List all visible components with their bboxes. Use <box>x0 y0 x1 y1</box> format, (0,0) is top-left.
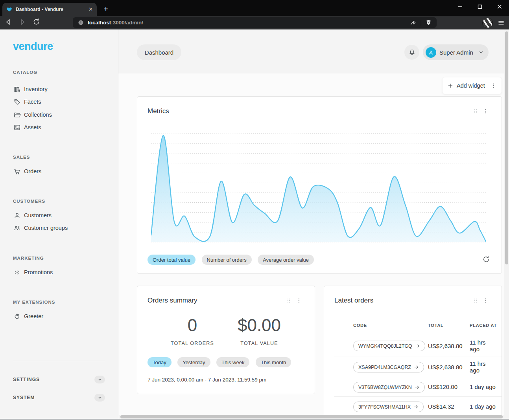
sidebar-item-collections[interactable]: Collections <box>0 109 118 121</box>
sidebar-item-assets[interactable]: Assets <box>0 121 118 133</box>
total-orders-stat: 0 TOTAL ORDERS <box>161 315 224 346</box>
column-header-placed-at: PLACED AT <box>470 323 497 328</box>
order-code-link[interactable]: 3FY7FSCWSHMA11HX <box>353 402 424 412</box>
chevron-down-icon <box>478 50 484 55</box>
date-range-text: 7 Jun 2023, 0:00:00 am - 7 Jun 2023, 11:… <box>148 377 266 383</box>
chip-this-month[interactable]: This month <box>256 357 291 367</box>
vendure-favicon-heart-icon <box>6 6 12 12</box>
drag-handle-icon[interactable] <box>286 297 292 304</box>
forward-icon[interactable] <box>18 18 27 28</box>
user-menu-button[interactable]: Super Admin <box>423 44 489 60</box>
plus-icon <box>447 83 454 89</box>
sidebar-section-settings[interactable]: SETTINGS <box>13 374 105 385</box>
order-placed-at: 11 hrs ago <box>470 339 494 353</box>
kebab-menu-icon[interactable] <box>296 297 302 304</box>
metric-chips: Order total value Number of orders Avera… <box>148 255 318 265</box>
add-widget-button[interactable]: Add widget <box>443 77 502 94</box>
browser-window: Dashboard • Vendure ✕ + localhost:3000/a… <box>0 0 509 420</box>
settings-expand-button[interactable] <box>94 376 105 383</box>
arrow-right-icon <box>413 404 419 409</box>
sidebar-item-customers[interactable]: Customers <box>0 209 118 221</box>
order-placed-at: 1 day ago <box>470 383 502 390</box>
order-total: US$2,638.80 <box>428 343 463 349</box>
chip-this-week[interactable]: This week <box>216 357 250 367</box>
tab-close-icon[interactable]: ✕ <box>89 7 93 12</box>
widget-title: Metrics <box>148 107 169 115</box>
window-minimize-icon[interactable] <box>455 2 466 11</box>
refresh-icon <box>482 255 491 264</box>
url-path: :3000/admin/ <box>111 20 143 26</box>
refresh-button[interactable] <box>482 255 491 265</box>
order-code-link[interactable]: XSA9PD4LM3CGAQRZ <box>353 362 424 372</box>
browser-tabstrip: Dashboard • Vendure ✕ + <box>0 0 509 16</box>
window-maximize-icon[interactable] <box>474 2 485 11</box>
sidebar-item-inventory[interactable]: Inventory <box>0 83 118 95</box>
drag-handle-icon[interactable] <box>472 297 479 304</box>
browser-tab[interactable]: Dashboard • Vendure ✕ <box>2 3 97 16</box>
section-label-catalog: CATALOG <box>13 70 37 75</box>
arrow-right-icon <box>415 385 420 390</box>
metrics-widget: Metrics Order total value Number of orde… <box>137 96 502 274</box>
table-row: 3FY7FSCWSHMA11HX US$14.32 1 day ago <box>334 396 502 416</box>
sidebar-section-system[interactable]: SYSTEM <box>13 392 105 403</box>
order-placed-at: 1 day ago <box>470 403 502 410</box>
section-label-marketing: MARKETING <box>13 256 44 260</box>
sidebar-item-promotions[interactable]: Promotions <box>0 266 118 278</box>
inventory-icon <box>13 86 21 93</box>
orders-summary-widget: Orders summary 0 TOTAL ORDERS $0.00 TOTA… <box>137 286 315 394</box>
sidebar-item-greeter[interactable]: Greeter <box>0 310 118 322</box>
sidebar-item-orders[interactable]: Orders <box>0 165 118 177</box>
chip-average-order-value[interactable]: Average order value <box>258 255 314 265</box>
browser-profile-avatar[interactable] <box>482 18 493 28</box>
back-icon[interactable] <box>4 18 13 28</box>
url-bar[interactable]: localhost:3000/admin/ <box>73 17 437 28</box>
folder-icon <box>13 111 21 119</box>
sidebar-item-facets[interactable]: Facets <box>0 96 118 108</box>
brave-shield-icon[interactable] <box>425 19 432 26</box>
sidebar-item-customer-groups[interactable]: Customer groups <box>0 222 118 234</box>
site-info-icon[interactable] <box>77 19 84 26</box>
avatar <box>426 47 436 58</box>
browser-menu-icon[interactable] <box>496 18 506 28</box>
vertical-scrollbar-thumb[interactable] <box>505 31 508 264</box>
section-label-sales: SALES <box>13 155 30 160</box>
arrow-right-icon <box>415 343 420 348</box>
order-total: US$2,638.80 <box>428 364 463 370</box>
user-icon <box>13 212 21 219</box>
user-icon <box>428 50 434 55</box>
chip-yesterday[interactable]: Yesterday <box>177 357 210 367</box>
tab-title: Dashboard • Vendure <box>16 7 85 12</box>
order-code-link[interactable]: V3T6BW8ZQLWMYZKN <box>353 382 425 392</box>
chevron-down-icon <box>98 377 102 382</box>
cart-icon <box>13 168 21 175</box>
chip-today[interactable]: Today <box>148 357 172 367</box>
drag-handle-icon[interactable] <box>472 108 479 114</box>
system-expand-button[interactable] <box>94 394 105 402</box>
reload-icon[interactable] <box>32 18 41 28</box>
user-name: Super Admin <box>439 49 475 56</box>
kebab-menu-icon[interactable] <box>483 297 489 304</box>
window-close-icon[interactable] <box>494 2 505 11</box>
vendure-logo: vendure’ <box>13 40 53 53</box>
tag-icon <box>13 98 21 106</box>
chevron-down-icon <box>98 395 102 400</box>
notifications-button[interactable] <box>404 45 419 60</box>
order-code-link[interactable]: WYMGK4TQQ8JL2TGQ <box>353 341 425 351</box>
new-tab-button[interactable]: + <box>101 4 111 14</box>
kebab-menu-icon[interactable] <box>483 108 489 114</box>
order-total: US$120.00 <box>428 383 457 390</box>
url-host: localhost <box>88 20 111 26</box>
share-icon[interactable] <box>409 19 417 26</box>
toolbar-divider <box>421 20 421 26</box>
column-header-total: TOTAL <box>428 323 444 328</box>
window-controls <box>455 2 505 12</box>
horizontal-scrollbar-thumb[interactable] <box>120 415 503 418</box>
sidebar-divider <box>13 361 105 361</box>
chip-order-total-value[interactable]: Order total value <box>148 255 195 265</box>
asterisk-icon <box>13 269 21 276</box>
users-icon <box>13 224 21 232</box>
kebab-menu-icon[interactable] <box>491 83 497 89</box>
breadcrumb[interactable]: Dashboard <box>137 44 181 60</box>
order-total: US$14.32 <box>428 403 454 410</box>
chip-number-of-orders[interactable]: Number of orders <box>202 255 252 265</box>
